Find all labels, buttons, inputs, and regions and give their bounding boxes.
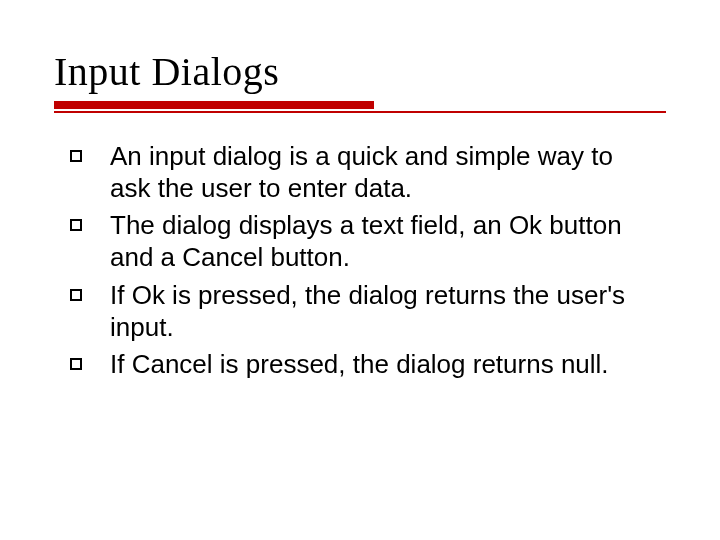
square-bullet-icon — [70, 289, 82, 301]
slide-title: Input Dialogs — [54, 48, 666, 95]
list-item: If Ok is pressed, the dialog returns the… — [66, 280, 656, 343]
square-bullet-icon — [70, 358, 82, 370]
bullet-text: An input dialog is a quick and simple wa… — [110, 141, 613, 203]
accent-bar-thick — [54, 101, 374, 109]
bullet-text: The dialog displays a text field, an Ok … — [110, 210, 622, 272]
list-item: An input dialog is a quick and simple wa… — [66, 141, 656, 204]
square-bullet-icon — [70, 150, 82, 162]
bullet-text: If Cancel is pressed, the dialog returns… — [110, 349, 609, 379]
square-bullet-icon — [70, 219, 82, 231]
bullet-list: An input dialog is a quick and simple wa… — [66, 141, 656, 381]
accent-bar-thin — [54, 111, 666, 113]
slide-body: An input dialog is a quick and simple wa… — [54, 141, 666, 381]
list-item: The dialog displays a text field, an Ok … — [66, 210, 656, 273]
title-underline — [54, 101, 666, 113]
list-item: If Cancel is pressed, the dialog returns… — [66, 349, 656, 381]
bullet-text: If Ok is pressed, the dialog returns the… — [110, 280, 625, 342]
slide: Input Dialogs An input dialog is a quick… — [0, 0, 720, 540]
